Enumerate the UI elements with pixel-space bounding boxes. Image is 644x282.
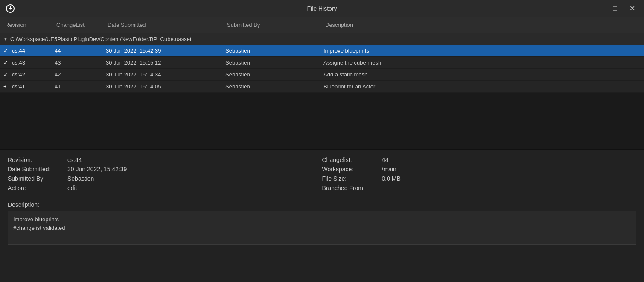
row-date-1: 30 Jun 2022, 15:15:12 <box>106 59 225 66</box>
row-submittedby-0: Sebastien <box>225 47 323 54</box>
detail-changelist: Changelist: 44 <box>322 156 637 163</box>
revision-value: cs:44 <box>67 156 82 163</box>
row-date-0: 30 Jun 2022, 15:42:39 <box>106 47 225 54</box>
row-revision-3: cs:41 <box>12 83 55 90</box>
detail-workspace: Workspace: /main <box>322 166 637 173</box>
main-content: Revision ChangeList Date Submitted Submi… <box>0 17 644 282</box>
ue-logo-icon <box>5 3 15 14</box>
action-value: edit <box>67 185 77 191</box>
changelist-value: 44 <box>382 156 389 163</box>
col-header-revision: Revision <box>3 22 55 28</box>
detail-submittedby: Submitted By: Sebastien <box>8 175 322 182</box>
restore-button[interactable]: □ <box>608 3 622 15</box>
row-changelist-3: 41 <box>55 83 106 90</box>
row-revision-0: cs:44 <box>12 47 55 54</box>
workspace-value: /main <box>382 166 396 173</box>
description-box: Improve blueprints#changelist validated <box>8 211 636 245</box>
filesize-label: File Size: <box>322 175 382 182</box>
titlebar-controls: — □ ✕ <box>591 3 639 15</box>
description-label: Description: <box>8 201 636 208</box>
table-row[interactable]: ✓ cs:42 42 30 Jun 2022, 15:14:34 Sebasti… <box>0 69 644 81</box>
window-title: File History <box>307 5 337 12</box>
table-row[interactable]: + cs:41 41 30 Jun 2022, 15:14:05 Sebasti… <box>0 81 644 93</box>
file-path: C:/Workspace/UE5PlasticPluginDev/Content… <box>10 36 192 42</box>
row-description-1: Assigne the cube mesh <box>323 59 641 66</box>
action-label: Action: <box>8 185 67 191</box>
row-status-icon-0: ✓ <box>3 47 12 54</box>
col-header-changelist: ChangeList <box>55 22 106 28</box>
table-row[interactable]: ✓ cs:43 43 30 Jun 2022, 15:15:12 Sebasti… <box>0 57 644 69</box>
row-description-2: Add a static mesh <box>323 71 641 78</box>
col-header-date: Date Submitted <box>106 22 225 28</box>
row-submittedby-3: Sebastien <box>225 83 323 90</box>
row-changelist-2: 42 <box>55 71 106 78</box>
revision-label: Revision: <box>8 156 67 163</box>
row-revision-1: cs:43 <box>12 59 55 66</box>
row-submittedby-1: Sebastien <box>225 59 323 66</box>
divider <box>8 197 636 197</box>
titlebar: File History — □ ✕ <box>0 0 644 17</box>
row-changelist-1: 43 <box>55 59 106 66</box>
detail-revision: Revision: cs:44 <box>8 156 322 163</box>
row-revision-2: cs:42 <box>12 71 55 78</box>
detail-filesize: File Size: 0.0 MB <box>322 175 637 182</box>
file-group: ▼ C:/Workspace/UE5PlasticPluginDev/Conte… <box>0 33 644 93</box>
details-left: Revision: cs:44 Date Submitted: 30 Jun 2… <box>8 156 322 191</box>
detail-branchedfrom: Branched From: <box>322 185 637 191</box>
submittedby-value: Sebastien <box>67 175 94 182</box>
row-status-icon-1: ✓ <box>3 59 12 66</box>
row-submittedby-2: Sebastien <box>225 71 323 78</box>
row-date-2: 30 Jun 2022, 15:14:34 <box>106 71 225 78</box>
workspace-label: Workspace: <box>322 166 382 173</box>
history-panel: Revision ChangeList Date Submitted Submi… <box>0 17 644 150</box>
filesize-value: 0.0 MB <box>382 175 401 182</box>
row-changelist-0: 44 <box>55 47 106 54</box>
row-description-0: Improve blueprints <box>323 47 641 54</box>
submittedby-label: Submitted By: <box>8 175 67 182</box>
detail-date: Date Submitted: 30 Jun 2022, 15:42:39 <box>8 166 322 173</box>
row-date-3: 30 Jun 2022, 15:14:05 <box>106 83 225 90</box>
minimize-button[interactable]: — <box>591 3 605 15</box>
description-text: Improve blueprints#changelist validated <box>13 216 65 231</box>
row-status-icon-3: + <box>3 83 12 90</box>
col-header-description: Description <box>323 22 641 28</box>
date-label: Date Submitted: <box>8 166 67 173</box>
details-right: Changelist: 44 Workspace: /main File Siz… <box>322 156 637 191</box>
row-description-3: Blueprint for an Actor <box>323 83 641 90</box>
detail-action: Action: edit <box>8 185 322 191</box>
close-button[interactable]: ✕ <box>625 3 639 15</box>
column-headers: Revision ChangeList Date Submitted Submi… <box>0 17 644 33</box>
details-panel: Revision: cs:44 Date Submitted: 30 Jun 2… <box>0 150 644 282</box>
branchedfrom-label: Branched From: <box>322 185 382 191</box>
col-header-submittedby: Submitted By <box>225 22 323 28</box>
table-row[interactable]: ✓ cs:44 44 30 Jun 2022, 15:42:39 Sebasti… <box>0 45 644 57</box>
collapse-icon: ▼ <box>3 37 8 41</box>
file-group-header[interactable]: ▼ C:/Workspace/UE5PlasticPluginDev/Conte… <box>0 33 644 45</box>
titlebar-left <box>5 3 15 14</box>
row-status-icon-2: ✓ <box>3 71 12 78</box>
date-value: 30 Jun 2022, 15:42:39 <box>67 166 127 173</box>
changelist-label: Changelist: <box>322 156 382 163</box>
details-grid: Revision: cs:44 Date Submitted: 30 Jun 2… <box>8 156 636 191</box>
